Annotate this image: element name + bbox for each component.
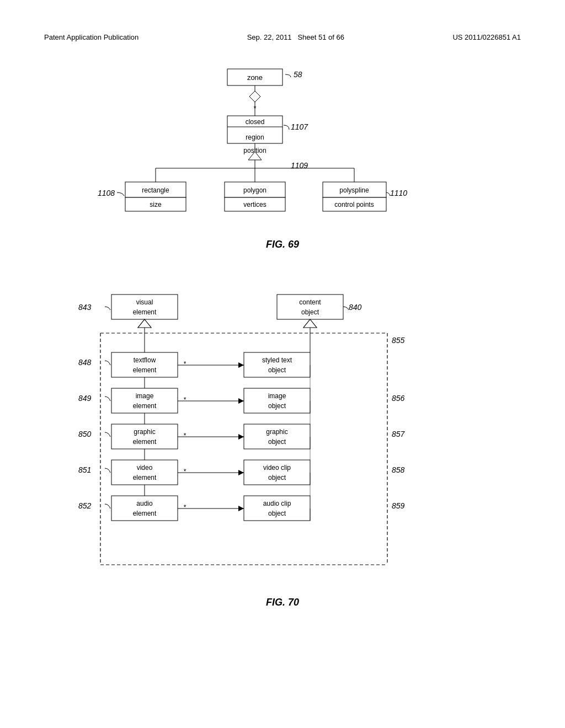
svg-text:textflow: textflow	[134, 356, 156, 364]
svg-text:object: object	[268, 510, 286, 517]
svg-marker-58	[238, 362, 244, 368]
svg-marker-68	[238, 398, 244, 404]
fig69-label: FIG. 69	[44, 239, 521, 250]
svg-text:image: image	[268, 392, 286, 400]
svg-text:857: 857	[392, 430, 406, 438]
svg-text:element: element	[133, 308, 157, 316]
svg-text:*: *	[184, 432, 186, 440]
svg-text:polyspline: polyspline	[339, 186, 369, 194]
svg-text:graphic: graphic	[134, 428, 155, 436]
fig69-svg: zone 58 * closed region 1107 position	[45, 58, 520, 234]
svg-text:*: *	[184, 468, 186, 475]
svg-text:1108: 1108	[98, 189, 115, 197]
svg-text:840: 840	[349, 303, 362, 312]
svg-text:858: 858	[392, 465, 405, 474]
page-header: Patent Application Publication Sep. 22, …	[44, 33, 521, 41]
svg-text:control points: control points	[334, 201, 374, 208]
svg-text:zone: zone	[247, 73, 263, 82]
svg-text:852: 852	[78, 501, 92, 510]
svg-text:vertices: vertices	[243, 201, 266, 208]
header-center: Sep. 22, 2011 Sheet 51 of 66	[247, 33, 344, 41]
svg-text:*: *	[184, 504, 186, 511]
svg-text:polygon: polygon	[243, 186, 266, 194]
svg-marker-44	[138, 319, 151, 328]
svg-text:*: *	[184, 360, 186, 368]
svg-text:content: content	[299, 298, 321, 306]
svg-text:visual: visual	[136, 298, 153, 306]
svg-text:1107: 1107	[291, 122, 308, 131]
svg-marker-3	[249, 91, 260, 102]
svg-text:video: video	[137, 464, 153, 472]
fig69-section: zone 58 * closed region 1107 position	[44, 58, 521, 250]
svg-text:styled text: styled text	[262, 356, 292, 364]
svg-text:rectangle: rectangle	[142, 186, 169, 194]
svg-text:850: 850	[78, 430, 92, 438]
svg-text:graphic: graphic	[266, 428, 287, 436]
fig70-section: visual element 843 content object 840	[44, 283, 521, 608]
svg-text:size: size	[150, 201, 162, 208]
svg-marker-46	[303, 319, 317, 328]
svg-text:1109: 1109	[291, 161, 308, 170]
fig70-svg: visual element 843 content object 840	[45, 283, 520, 592]
svg-marker-101	[238, 506, 244, 511]
svg-text:element: element	[133, 474, 157, 481]
header-right: US 2011/0226851 A1	[452, 33, 521, 41]
svg-text:element: element	[133, 402, 157, 410]
svg-text:58: 58	[294, 70, 302, 79]
svg-text:element: element	[133, 366, 157, 374]
svg-text:element: element	[133, 510, 157, 517]
svg-text:859: 859	[392, 501, 405, 510]
svg-text:object: object	[268, 438, 286, 446]
header-left: Patent Application Publication	[44, 33, 138, 41]
svg-text:object: object	[301, 308, 319, 316]
svg-text:element: element	[133, 438, 157, 446]
svg-text:849: 849	[78, 394, 92, 403]
svg-marker-79	[238, 434, 244, 440]
svg-text:image: image	[136, 392, 154, 400]
svg-text:1110: 1110	[390, 189, 407, 197]
svg-text:audio: audio	[136, 500, 153, 507]
svg-text:object: object	[268, 366, 286, 374]
svg-text:851: 851	[78, 465, 91, 474]
fig70-label: FIG. 70	[44, 597, 521, 608]
svg-text:*: *	[184, 396, 186, 404]
svg-text:video clip: video clip	[263, 464, 291, 472]
svg-text:843: 843	[78, 303, 92, 312]
svg-text:848: 848	[78, 358, 92, 367]
svg-text:object: object	[268, 402, 286, 410]
svg-text:855: 855	[392, 336, 405, 345]
svg-text:audio clip: audio clip	[263, 500, 291, 507]
svg-text:region: region	[246, 133, 264, 141]
svg-text:object: object	[268, 474, 286, 481]
svg-text:856: 856	[392, 394, 405, 403]
svg-marker-90	[238, 470, 244, 475]
svg-text:closed: closed	[246, 118, 265, 126]
